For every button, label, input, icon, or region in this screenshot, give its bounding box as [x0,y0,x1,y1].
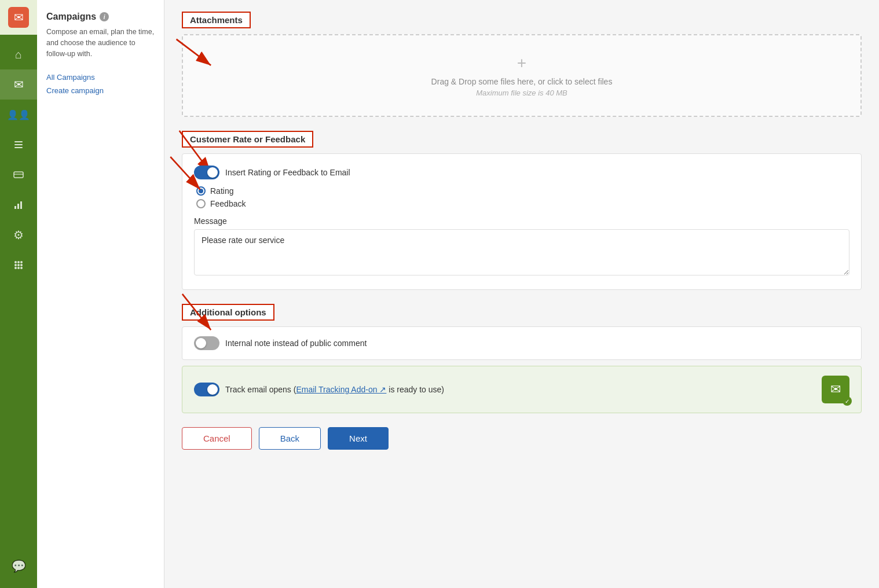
nav-icons: ⌂ ✉ 👤👤 ⚙ [0,35,37,280]
sidebar-title-text: Campaigns [46,12,96,22]
email-tracking-icon: ✉ ✓ [822,376,849,403]
feedback-radio-item[interactable]: Feedback [196,199,849,208]
rating-radio-label: Rating [210,186,233,196]
nav-bottom: 💬 [0,551,37,581]
sidebar: Campaigns i Compose an email, plan the t… [37,0,164,588]
customer-rate-header: Customer Rate or Feedback [182,131,313,148]
track-email-card: Track email opens (Email Tracking Add-on… [182,366,862,413]
email-tracking-addon-link[interactable]: Email Tracking Add-on ↗ [296,385,386,394]
feedback-radio-label: Feedback [210,199,246,208]
radio-group: Rating Feedback [196,186,849,208]
insert-rating-toggle[interactable] [194,166,219,179]
button-row: Cancel Back Next [182,427,862,450]
ticket-nav-icon[interactable] [0,160,37,190]
internal-note-card: Internal note instead of public comment [182,326,862,360]
cancel-button[interactable]: Cancel [182,427,252,450]
attachments-header: Attachments [182,12,251,28]
home-nav-icon[interactable]: ⌂ [0,39,37,69]
plus-icon: + [202,54,842,72]
info-icon: i [100,12,109,21]
insert-rating-label: Insert Rating or Feedback to Email [225,168,350,177]
internal-note-toggle-wrap: Internal note instead of public comment [194,336,849,350]
svg-rect-5 [14,206,16,209]
additional-options-header: Additional options [182,304,274,321]
svg-point-16 [20,267,23,269]
message-label: Message [194,216,849,226]
chart-nav-icon[interactable] [0,190,37,220]
internal-note-toggle[interactable] [194,336,219,350]
message-textarea[interactable]: Please rate our service [194,229,849,275]
toggle-knob [207,167,218,178]
app-logo: ✉ [8,7,29,28]
settings-nav-icon[interactable]: ⚙ [0,220,37,250]
sidebar-title: Campaigns i [46,12,155,22]
track-email-left: Track email opens (Email Tracking Add-on… [194,383,444,396]
svg-rect-0 [14,141,23,142]
contacts-nav-icon[interactable]: 👤👤 [0,100,37,130]
svg-point-9 [17,261,20,263]
svg-rect-7 [20,201,22,209]
internal-note-label: Internal note instead of public comment [225,339,367,348]
customer-rate-section: Customer Rate or Feedback Insert Rating … [182,131,862,290]
rating-radio-item[interactable]: Rating [196,186,849,196]
svg-point-12 [17,264,20,266]
list-nav-icon[interactable] [0,130,37,160]
additional-options-section: Additional options Internal note instead… [182,304,862,413]
dropzone-subtext: Maximum file size is 40 MB [202,89,842,97]
logo-area: ✉ [0,0,37,35]
track-email-toggle[interactable] [194,383,219,396]
feedback-radio-circle [196,199,206,208]
svg-point-15 [17,267,20,269]
svg-point-8 [14,261,17,263]
track-email-label: Track email opens (Email Tracking Add-on… [225,385,444,394]
svg-rect-2 [14,147,23,148]
email-nav-icon[interactable]: ✉ [0,69,37,100]
svg-point-14 [14,267,17,269]
svg-rect-6 [17,204,19,209]
dropzone-text: Drag & Drop some files here, or click to… [202,77,842,86]
attachments-section: Attachments + Drag & Drop some files her… [182,12,862,117]
svg-point-11 [14,264,17,266]
main-content: Attachments + Drag & Drop some files her… [164,0,879,588]
svg-rect-1 [14,144,23,145]
rating-radio-circle [196,186,206,196]
customer-rate-card: Insert Rating or Feedback to Email Ratin… [182,153,862,290]
svg-point-10 [20,261,23,263]
chat-nav-icon[interactable]: 💬 [0,551,37,581]
dropzone[interactable]: + Drag & Drop some files here, or click … [182,34,862,117]
internal-note-toggle-knob [196,338,206,348]
svg-point-13 [20,264,23,266]
next-button[interactable]: Next [328,427,389,450]
icon-bar: ✉ ⌂ ✉ 👤👤 ⚙ 💬 [0,0,37,588]
track-email-toggle-knob [207,384,218,395]
create-campaign-link[interactable]: Create campaign [46,86,155,95]
svg-rect-3 [14,172,23,178]
grid-nav-icon[interactable] [0,250,37,280]
back-button[interactable]: Back [259,427,321,450]
insert-rating-toggle-wrap: Insert Rating or Feedback to Email [194,166,849,179]
email-tracking-badge: ✓ [843,396,852,406]
sidebar-desc: Compose an email, plan the time, and cho… [46,27,155,59]
all-campaigns-link[interactable]: All Campaigns [46,73,155,82]
